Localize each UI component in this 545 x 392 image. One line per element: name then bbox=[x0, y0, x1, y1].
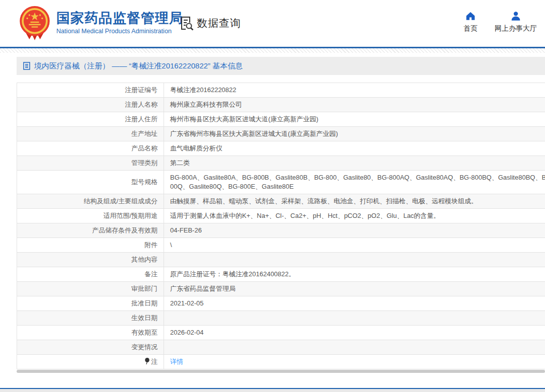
table-row: 管理类别第二类 bbox=[17, 156, 545, 171]
table-row: 备注原产品注册证号：粤械注准20162400822。 bbox=[17, 267, 545, 282]
row-label: 生效日期 bbox=[17, 311, 164, 326]
table-row: 适用范围/预期用途适用于测量人体血液中的K+、Na+、Cl-、Ca2+、pH、H… bbox=[17, 209, 545, 223]
row-value: \ bbox=[164, 238, 545, 253]
data-query-module: 数据查询 bbox=[179, 16, 241, 31]
org-name-en: National Medical Products Administration bbox=[56, 28, 183, 35]
table-row: 变更情况 bbox=[17, 340, 545, 355]
table-row: 其他内容 bbox=[17, 253, 545, 267]
details-link[interactable]: 详情 bbox=[170, 358, 183, 365]
row-label: 有效期至 bbox=[17, 326, 164, 340]
table-row: 产品名称血气电解质分析仪 bbox=[17, 141, 545, 156]
row-label: 注册证编号 bbox=[17, 83, 164, 98]
hatched-strip bbox=[0, 48, 545, 53]
table-row: 注册证编号粤械注准20162220822 bbox=[17, 83, 545, 98]
row-value: 适用于测量人体血液中的K+、Na+、Cl-、Ca2+、pH、Hct、pCO2、p… bbox=[164, 209, 545, 223]
row-label: 变更情况 bbox=[17, 340, 164, 355]
table-row: 产品储存条件及有效期04-FEB-26 bbox=[17, 223, 545, 238]
row-label: 产品储存条件及有效期 bbox=[17, 223, 164, 238]
row-value: 原产品注册证号：粤械注准20162400822。 bbox=[164, 267, 545, 282]
row-value: 详情 bbox=[164, 355, 545, 369]
table-row: 生效日期 bbox=[17, 311, 545, 326]
nav-online-hall[interactable]: 网上办事大厅 bbox=[495, 11, 537, 33]
row-value bbox=[164, 253, 545, 267]
row-value: 2021-02-05 bbox=[164, 296, 545, 311]
row-label: 型号规格 bbox=[17, 171, 164, 194]
row-label: 生产地址 bbox=[17, 127, 164, 141]
home-icon bbox=[465, 11, 476, 21]
row-label: 适用范围/预期用途 bbox=[17, 209, 164, 223]
row-label: 附件 bbox=[17, 238, 164, 253]
site-header: 国家药品监督管理局 National Medical Products Admi… bbox=[0, 0, 545, 47]
row-value: 粤械注准20162220822 bbox=[164, 83, 545, 98]
row-label: 注册人住所 bbox=[17, 112, 164, 127]
table-row: 审批部门广东省药品监督管理局 bbox=[17, 282, 545, 296]
row-value bbox=[164, 311, 545, 326]
row-value: 2026-02-04 bbox=[164, 326, 545, 340]
table-row: 有效期至2026-02-04 bbox=[17, 326, 545, 340]
table-row: 注详情 bbox=[17, 355, 545, 369]
row-value: 广东省梅州市梅县区扶大高新区进城大道(康立高新产业园) bbox=[164, 127, 545, 141]
table-row: 附件\ bbox=[17, 238, 545, 253]
org-name-cn: 国家药品监督管理局 bbox=[56, 10, 183, 26]
row-label: 产品名称 bbox=[17, 141, 164, 156]
document-search-icon bbox=[179, 16, 194, 31]
row-value bbox=[164, 340, 545, 355]
row-value: 第二类 bbox=[164, 156, 545, 171]
row-label: 审批部门 bbox=[17, 282, 164, 296]
row-label: 结构及组成/主要组成成分 bbox=[17, 194, 164, 209]
registration-info-table: 注册证编号粤械注准20162220822注册人名称梅州康立高科技有限公司注册人住… bbox=[17, 83, 545, 369]
row-label: 批准日期 bbox=[17, 296, 164, 311]
row-value: 梅州康立高科技有限公司 bbox=[164, 98, 545, 112]
nav-online-hall-label: 网上办事大厅 bbox=[495, 24, 537, 33]
row-label: 注册人名称 bbox=[17, 98, 164, 112]
page-footer bbox=[0, 388, 545, 392]
row-value: 广东省药品监督管理局 bbox=[164, 282, 545, 296]
document-icon bbox=[23, 62, 30, 70]
row-value: 由触摸屏、样品箱、蠕动泵、试剂盒、采样架、流路板、电池盒、打印机、扫描枪、电极、… bbox=[164, 194, 545, 209]
nav-home-label: 首页 bbox=[463, 24, 478, 33]
user-icon bbox=[511, 11, 521, 21]
row-label: 管理类别 bbox=[17, 156, 164, 171]
module-title: 数据查询 bbox=[197, 16, 241, 30]
national-emblem-logo bbox=[18, 6, 52, 41]
row-label: 其他内容 bbox=[17, 253, 164, 267]
breadcrumb-text: 境内医疗器械（注册） —— “粤械注准20162220822” 基本信息 bbox=[34, 61, 243, 71]
breadcrumb: 境内医疗器械（注册） —— “粤械注准20162220822” 基本信息 bbox=[17, 57, 545, 75]
nav-home[interactable]: 首页 bbox=[463, 11, 478, 33]
balloon-icon bbox=[144, 358, 150, 365]
info-table-viewport: 注册证编号粤械注准20162220822注册人名称梅州康立高科技有限公司注册人住… bbox=[17, 83, 545, 369]
table-row: 生产地址广东省梅州市梅县区扶大高新区进城大道(康立高新产业园) bbox=[17, 127, 545, 141]
horizontal-scrollbar[interactable] bbox=[17, 370, 545, 373]
row-value: 梅州市梅县区扶大高新区进城大道(康立高新产业园) bbox=[164, 112, 545, 127]
row-value: BG-800A、Gaslite80A、BG-800B、Gaslite80B、BG… bbox=[164, 171, 545, 194]
row-label: 备注 bbox=[17, 267, 164, 282]
table-row: 结构及组成/主要组成成分由触摸屏、样品箱、蠕动泵、试剂盒、采样架、流路板、电池盒… bbox=[17, 194, 545, 209]
row-value: 04-FEB-26 bbox=[164, 223, 545, 238]
row-value: 血气电解质分析仪 bbox=[164, 141, 545, 156]
table-row: 注册人名称梅州康立高科技有限公司 bbox=[17, 98, 545, 112]
table-row: 批准日期2021-02-05 bbox=[17, 296, 545, 311]
row-label: 注 bbox=[17, 355, 164, 369]
table-row: 型号规格BG-800A、Gaslite80A、BG-800B、Gaslite80… bbox=[17, 171, 545, 194]
table-row: 注册人住所梅州市梅县区扶大高新区进城大道(康立高新产业园) bbox=[17, 112, 545, 127]
